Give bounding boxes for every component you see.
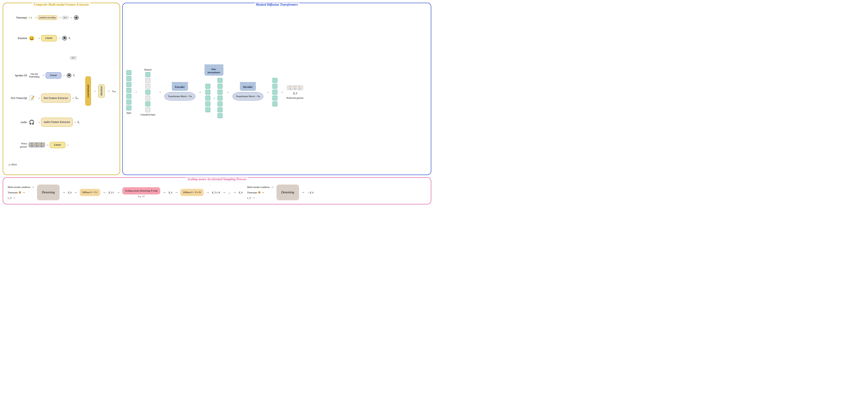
xfuse-label: xfuse: [112, 89, 116, 93]
b-arrow5: →: [162, 190, 166, 195]
input-sq4: [126, 88, 131, 93]
xt-label: xt~N(0,I): [7, 163, 84, 167]
timestep2-dot: [258, 191, 260, 194]
noisy-row: Noisygesture 🚶🚶🚶 → Linear →: [7, 142, 84, 148]
input-col: Input: [126, 70, 131, 114]
msk-sq2: [145, 78, 150, 83]
speaker-label: Speaker ID: [7, 74, 27, 77]
mm-cond2-row: Multi-modal condition →: [247, 185, 274, 189]
arrow11: →: [73, 120, 76, 124]
mlp-row: MLP: [7, 56, 84, 59]
diffuse1-box: Diffuse 0→T-1: [80, 189, 100, 196]
b-arrow9: →: [233, 190, 237, 195]
mid-grid1: [206, 84, 210, 112]
arrow12: →: [46, 143, 49, 147]
xs-label: x̂s: [73, 74, 75, 77]
input-grid: [126, 70, 131, 111]
plus-circle3: ⊕: [67, 73, 71, 78]
xe-label: x̂e: [68, 37, 70, 40]
side-interp-section: Side-interpolater: [205, 66, 223, 76]
mm-cond1-label: Multi-modal condition: [8, 186, 30, 188]
predicted-section: 🚶🚶🚶 x̂_0 Predicted gesture: [286, 85, 304, 99]
ts1-arrow: →: [22, 190, 26, 195]
left-panel-title: Composite Multi-modal Feature Extractor: [32, 3, 91, 6]
arrow14: →: [93, 89, 96, 93]
bottom-panel: Scaling-aware Accelerated Sampling Proce…: [3, 177, 431, 204]
arrow5: →: [58, 36, 61, 40]
t-var: t: [31, 16, 32, 20]
b-arrow10: →: [301, 190, 305, 195]
input-label: Input: [126, 112, 131, 114]
timesteps2-label: Timesteps: [247, 191, 257, 194]
transformer-block1: Transformer Block × N₁: [164, 92, 195, 100]
text-icon: 📝: [28, 95, 35, 101]
noisy-label: Noisygesture: [7, 142, 27, 148]
left-panel: Composite Multi-modal Feature Extractor …: [3, 3, 120, 175]
scaling-box: Scaling-aware Denoising N Step: [122, 187, 160, 194]
text-feature-box: Text Feature Extractor: [41, 93, 71, 102]
output-grid: [272, 78, 277, 107]
rp-arrow2: →: [158, 90, 161, 94]
timesteps-row: Timesteps ● t → position encoding → MLP …: [7, 16, 84, 20]
noisy-silhouette: 🚶🚶🚶: [28, 142, 45, 147]
position-encoding-box: position encoding: [38, 16, 57, 20]
xT1-arrow: →: [12, 196, 16, 200]
concat-attention-col: concatenate → Attention → xfuse: [85, 10, 116, 172]
msk-sq7: [145, 107, 150, 112]
timesteps2-row: Timesteps →: [247, 190, 274, 195]
mm-cond2-arrow: →: [271, 185, 274, 189]
diffuse1-section: Diffuse 0→T-1: [80, 189, 100, 196]
xT2-row: x_T →: [247, 196, 274, 200]
xT2-label: x_T: [247, 197, 251, 199]
msk-sq6: [145, 101, 150, 107]
scaling-section: Scaling-aware Denoising N Step Eq. 10: [122, 187, 160, 198]
arrow4: →: [37, 36, 40, 40]
mlp-box1: MLP: [62, 16, 69, 19]
diffuse2-box: Diffuse 0→T-1-N: [180, 189, 204, 196]
timestep-dot: ●: [28, 16, 30, 20]
speaker-row: Speaker ID One-hotEmbedding → Linear → ⊕…: [7, 72, 84, 79]
transformer-block2: Transformer Block × N₂: [232, 92, 264, 100]
plus-circle2: ⊕: [62, 36, 67, 40]
arrow7: →: [62, 73, 65, 77]
timesteps1-row: Timesteps →: [8, 190, 35, 195]
xtxt-label: x̂txt: [75, 96, 78, 99]
linear-yellow2-box: Linear: [50, 142, 65, 148]
main-container: Composite Multi-modal Feature Extractor …: [0, 0, 434, 207]
arrow8: →: [37, 96, 40, 100]
xT1hat-label: x̂_T-1: [108, 191, 114, 194]
arrow2: →: [58, 16, 61, 20]
decoder-wave-box: Decoder: [240, 84, 256, 91]
rp-arrow4: →: [226, 90, 229, 94]
right-panel-title: Masked Diffusion Transformers: [254, 3, 300, 6]
plus-circle1: ⊕: [74, 16, 79, 20]
x0hat-label: x̂_0: [293, 92, 297, 95]
xa-label: x̂a: [77, 121, 80, 124]
linear-blue-box: Linear: [45, 72, 61, 79]
msk-sq5: [145, 95, 150, 100]
arrow13: →: [66, 143, 69, 147]
rp-arrow6: →: [280, 90, 283, 94]
arrow10: →: [37, 120, 40, 124]
onehot-box: One-hotEmbedding: [28, 73, 40, 78]
audio-label: Audio: [7, 121, 27, 124]
x0hat2-label: x̂_0: [168, 191, 172, 194]
eq10-label: Eq. 10: [138, 195, 145, 198]
b-arrow3: →: [102, 190, 106, 195]
predicted-gesture-label: Predicted gesture: [286, 96, 304, 99]
output-section: [272, 78, 277, 107]
middle-grids: Side-interpolater →: [205, 66, 223, 118]
x0hat3-label: →x̂_0: [307, 191, 313, 194]
top-row: Composite Multi-modal Feature Extractor …: [3, 3, 431, 175]
right-panel: Masked Diffusion Transformers Input: [122, 3, 431, 175]
x0-label: x̂_0: [239, 191, 243, 194]
b-arrow7: →: [206, 190, 210, 195]
x0hat1-label: x̂_0: [68, 191, 71, 194]
audio-feature-box: Audio Feature Extractor: [41, 118, 73, 127]
arrow15: →: [107, 89, 110, 93]
arrow9: →: [71, 96, 74, 100]
predicted-silhouette: 🚶🚶🚶: [287, 85, 303, 90]
bottom-inner: Multi-modal condition → Timesteps → x_T …: [8, 184, 426, 201]
arrow1: →: [34, 16, 37, 20]
encoder-section: Encoder Transformer Block × N₁: [164, 84, 195, 100]
